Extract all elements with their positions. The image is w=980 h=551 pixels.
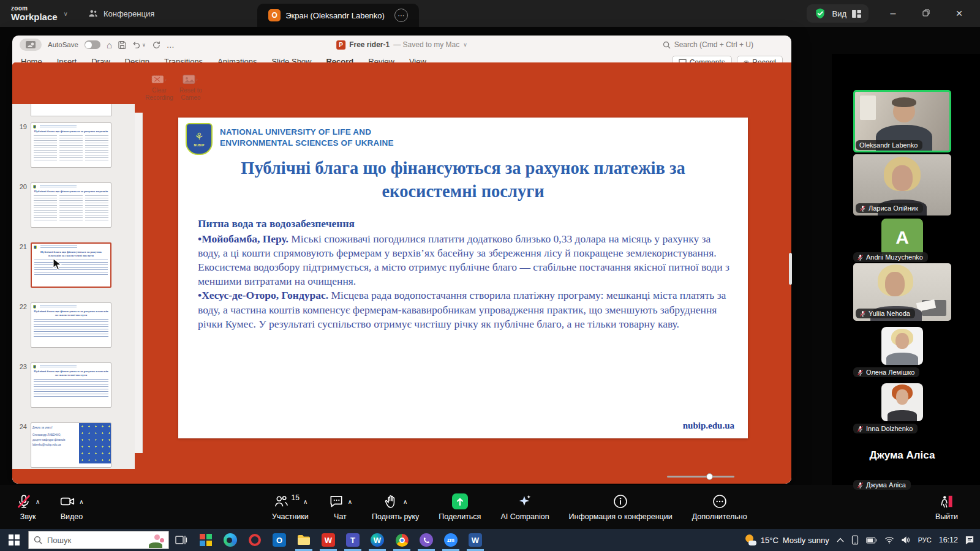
file-explorer-icon[interactable] [292, 529, 316, 551]
redo-icon[interactable] [152, 40, 160, 49]
app-grid-icon[interactable] [194, 529, 218, 551]
participant-tile-oleksandr[interactable]: Oleksandr Labenko [853, 90, 951, 152]
zoom-titlebar: zoom Workplace ∨ Конференция O Экран (Ol… [0, 0, 980, 27]
thumb-logo [33, 305, 36, 309]
participant-tile-olena[interactable]: Олена Лемішко [853, 326, 951, 377]
restore-button[interactable] [918, 8, 935, 19]
document-title[interactable]: P Free rider-1 — Saved to my Mac ∨ [336, 40, 467, 50]
tab-options-icon[interactable]: ⋯ [394, 9, 408, 22]
zoom-app-icon[interactable]: zm [439, 529, 463, 551]
thumbnail-slide-21-selected[interactable]: 21 Публічні блага що фінансуються за рах… [16, 242, 135, 288]
chrome-icon[interactable] [390, 529, 414, 551]
clock[interactable]: 16:12 [939, 536, 958, 544]
app-w-red-icon[interactable]: W [316, 529, 341, 551]
chat-icon [328, 493, 344, 509]
search-icon [34, 536, 42, 544]
slide-title[interactable]: Публічні блага що фінансуються за рахуно… [200, 157, 726, 204]
webex-icon[interactable]: W [365, 529, 390, 551]
audio-button[interactable]: ∧ Звук [6, 493, 50, 521]
slide-number: 23 [16, 362, 27, 408]
participant-tile-larysa[interactable]: Лариса Олійник [853, 154, 951, 216]
thumb-shield-pattern [79, 423, 111, 463]
view-control[interactable]: Вид [807, 4, 869, 23]
more-button[interactable]: Дополнительно [682, 493, 757, 521]
ppt-search[interactable]: Search (Cmd + Ctrl + U) [663, 40, 784, 49]
autosave-toggle[interactable] [85, 40, 100, 49]
search-icon [663, 41, 671, 49]
notification-center-icon[interactable] [965, 536, 974, 544]
thumbnail-slide-24[interactable]: 24 Дякую за увагу! Олександр ЛАБЕНКО, до… [16, 422, 135, 468]
viber-icon[interactable] [414, 529, 439, 551]
slide-bullet-2: •Хесус-де-Оторо, Гондурас. Місцева рада … [198, 288, 732, 331]
battery-icon[interactable] [866, 537, 877, 544]
participant-avatar [881, 327, 923, 365]
muted-mic-icon [859, 205, 866, 212]
shield-check-icon [814, 7, 826, 20]
word-icon[interactable]: W [463, 529, 488, 551]
undo-icon[interactable]: ∨ [132, 40, 146, 49]
minimize-button[interactable]: – [884, 8, 902, 19]
thumb-logo [33, 125, 36, 129]
chat-button[interactable]: ∧ Чат [318, 493, 362, 521]
volume-icon[interactable] [902, 536, 911, 544]
meeting-info-button[interactable]: Информация о конференции [559, 493, 682, 521]
thumbnail-slide-20[interactable]: 20 Публічні блага що фінансуються за рах… [16, 182, 135, 228]
taskbar-search-input[interactable]: Пошук [28, 531, 169, 549]
participants-options-chevron[interactable]: ∧ [303, 498, 307, 505]
participant-tile-inna[interactable]: Inna Dolzhenko [853, 382, 951, 433]
participant-name-label: Yuliia Nehoda [856, 309, 915, 318]
more-label: Дополнительно [692, 512, 747, 521]
save-icon[interactable] [118, 41, 126, 49]
slide-body-text[interactable]: Питна вода та водозабезпечення •Мойобамб… [198, 217, 732, 331]
close-button[interactable]: × [951, 7, 968, 20]
zoom-workplace-logo[interactable]: zoom Workplace ∨ [0, 6, 77, 21]
wifi-icon[interactable] [884, 536, 894, 544]
task-view-button[interactable] [169, 529, 194, 551]
participant-tile-yuliia[interactable]: Yuliia Nehoda [853, 263, 951, 321]
share-screen-label: Поделиться [439, 512, 481, 521]
opera-browser-icon[interactable] [243, 529, 267, 551]
shared-screen-area: AutoSave ⌂ ∨ … P Free rider-1 — Saved to… [0, 27, 980, 485]
raise-hand-button[interactable]: ∧ Поднять руку [362, 493, 429, 521]
language-indicator[interactable]: РУС [918, 536, 932, 544]
ppt-vertical-ruler[interactable] [135, 113, 143, 453]
weather-icon [744, 534, 756, 546]
share-screen-button[interactable]: Поделиться [429, 493, 491, 521]
windows-logo-icon [9, 534, 20, 545]
tab-screen-share[interactable]: O Экран (Oleksandr Labenko) ⋯ [257, 4, 419, 27]
ppt-window-icon[interactable] [20, 39, 42, 51]
participant-tile-dzhuma[interactable]: Джума Аліса Джума Аліса [853, 441, 951, 490]
edge-browser-icon[interactable] [218, 529, 243, 551]
video-button[interactable]: ∧ Видео [50, 493, 93, 521]
thumbnail-slide-19[interactable]: 19 Публічні блага що фінансуються за рах… [16, 122, 135, 168]
reset-to-cameo-icon [181, 74, 200, 86]
participant-tile-andrii[interactable]: A Andrii Muzychenko [853, 217, 951, 262]
teams-icon[interactable]: T [341, 529, 365, 551]
people-icon [88, 8, 99, 19]
phone-link-icon[interactable] [851, 535, 859, 545]
slide-footer-url: nubip.edu.ua [683, 421, 734, 431]
outlook-icon[interactable]: O [267, 529, 292, 551]
slide-21[interactable]: ⚘ NUBIP NATIONAL UNIVERSITY OF LIFE AND … [178, 118, 748, 438]
participants-button[interactable]: 15 ∧ Участники [262, 493, 318, 521]
raise-hand-options-chevron[interactable]: ∧ [403, 498, 407, 505]
audio-label: Звук [20, 512, 36, 521]
weather-widget[interactable]: 15°C Mostly sunny [744, 534, 829, 546]
more-commands-icon[interactable]: … [167, 40, 175, 50]
ai-companion-button[interactable]: AI Companion [491, 493, 559, 521]
tab-conference[interactable]: Конференция [77, 0, 165, 27]
video-options-chevron[interactable]: ∧ [79, 498, 83, 505]
start-button[interactable] [0, 529, 28, 551]
thumbnail-slide-22[interactable]: 22 Публічні блага що фінансуються за рах… [16, 302, 135, 348]
show-hidden-icons-chevron[interactable] [837, 538, 844, 542]
share-view-scrollbar[interactable] [789, 253, 792, 285]
leave-button[interactable]: Выйти [925, 493, 974, 521]
audio-options-chevron[interactable]: ∧ [36, 498, 40, 505]
chat-options-chevron[interactable]: ∧ [348, 498, 352, 505]
chevron-down-icon[interactable]: ∨ [64, 10, 68, 17]
home-icon[interactable]: ⌂ [107, 40, 112, 50]
thumbnail-slide-23[interactable]: 23 Публічні блага що фінансуються за рах… [16, 362, 135, 408]
zoom-slider-track[interactable] [667, 476, 734, 478]
search-decoration-flower-icon [145, 533, 166, 548]
thumbnail-partial-slide[interactable] [31, 104, 111, 116]
